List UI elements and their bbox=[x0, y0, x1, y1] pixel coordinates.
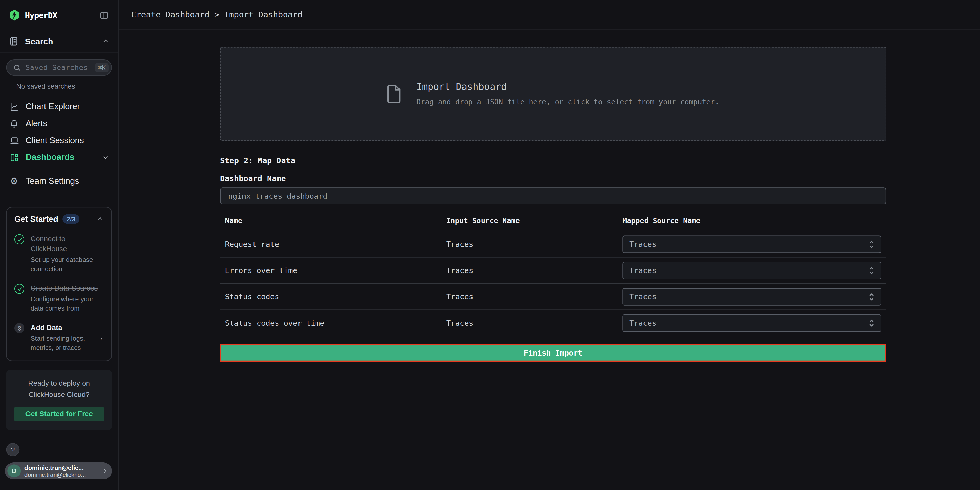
gear-icon: ⚙ bbox=[9, 177, 19, 186]
brand-name: HyperDX bbox=[25, 10, 57, 19]
sidebar-item-chart-explorer[interactable]: Chart Explorer bbox=[0, 98, 118, 115]
json-dropzone[interactable]: Import Dashboard Drag and drop a JSON fi… bbox=[220, 47, 886, 141]
column-header-mapped-source: Mapped Source Name bbox=[622, 216, 886, 225]
sidebar-item-dashboards[interactable]: Dashboards bbox=[0, 149, 118, 166]
get-started-step-connect[interactable]: Connect to ClickHouse Set up your databa… bbox=[14, 234, 104, 273]
avatar: D bbox=[8, 464, 21, 477]
finish-import-button[interactable]: Finish Import bbox=[220, 344, 886, 362]
user-menu[interactable]: D dominic.tran@clic... dominic.tran@clic… bbox=[5, 463, 112, 479]
sidebar: HyperDX Search bbox=[0, 0, 119, 490]
dashboard-name-input[interactable] bbox=[220, 188, 886, 204]
cell-name: Errors over time bbox=[220, 266, 446, 275]
step-desc: Start sending logs, metrics, or traces bbox=[30, 334, 89, 352]
table-row: Errors over time Traces Traces bbox=[220, 258, 886, 284]
sidebar-item-alerts[interactable]: Alerts bbox=[0, 115, 118, 132]
chevron-down-icon bbox=[102, 153, 109, 161]
saved-searches-placeholder: Saved Searches bbox=[26, 64, 91, 72]
cell-input-source: Traces bbox=[446, 240, 623, 248]
sidebar-item-label: Client Sessions bbox=[26, 136, 110, 145]
file-icon bbox=[387, 84, 401, 103]
bell-icon bbox=[9, 119, 19, 129]
brand[interactable]: HyperDX bbox=[8, 9, 98, 21]
check-circle-icon bbox=[14, 283, 24, 313]
topbar: Create Dashboard > Import Dashboard bbox=[119, 0, 980, 30]
step-title: Connect to ClickHouse bbox=[30, 234, 100, 254]
sidebar-collapse-button[interactable] bbox=[98, 9, 110, 21]
layout-icon bbox=[9, 152, 19, 162]
mapping-table: Name Input Source Name Mapped Source Nam… bbox=[220, 214, 886, 336]
step-number-icon: 3 bbox=[14, 323, 24, 352]
deploy-promo: Ready to deploy on ClickHouse Cloud? Get… bbox=[6, 370, 112, 430]
select-chevrons-icon bbox=[869, 292, 874, 301]
sidebar-item-label: Chart Explorer bbox=[26, 102, 110, 111]
help-button[interactable]: ? bbox=[6, 443, 19, 456]
table-row: Status codes over time Traces Traces bbox=[220, 310, 886, 336]
sidebar-item-team-settings[interactable]: ⚙ Team Settings bbox=[0, 172, 118, 189]
cell-name: Status codes bbox=[220, 292, 446, 301]
search-section-label: Search bbox=[25, 37, 95, 46]
step-desc: Configure where your data comes from bbox=[30, 294, 103, 313]
sidebar-item-client-sessions[interactable]: Client Sessions bbox=[0, 132, 118, 149]
sidebar-header: HyperDX bbox=[0, 0, 118, 30]
notebook-icon bbox=[9, 36, 19, 46]
mapped-source-select[interactable]: Traces bbox=[622, 261, 881, 279]
breadcrumb: Create Dashboard > Import Dashboard bbox=[131, 10, 302, 19]
get-started-step-sources[interactable]: Create Data Sources Configure where your… bbox=[14, 283, 104, 313]
user-email: dominic.tran@clickho... bbox=[24, 471, 97, 478]
cell-name: Status codes over time bbox=[220, 319, 446, 328]
shortcut-badge: ⌘K bbox=[95, 63, 109, 72]
progress-badge: 2/3 bbox=[62, 215, 80, 224]
chevron-right-icon bbox=[101, 468, 108, 474]
main-area: Create Dashboard > Import Dashboard Impo… bbox=[119, 0, 980, 490]
deploy-text-line1: Ready to deploy on bbox=[14, 378, 104, 389]
line-chart-icon bbox=[9, 102, 19, 111]
sidebar-item-label: Alerts bbox=[26, 119, 110, 128]
select-chevrons-icon bbox=[869, 240, 874, 248]
chevron-up-icon bbox=[102, 38, 109, 45]
dropzone-title: Import Dashboard bbox=[417, 81, 719, 92]
search-icon bbox=[13, 64, 21, 72]
select-chevrons-icon bbox=[869, 319, 874, 328]
sidebar-section-search[interactable]: Search bbox=[0, 30, 118, 53]
dashboard-name-label: Dashboard Name bbox=[220, 174, 886, 183]
mapped-source-select[interactable]: Traces bbox=[622, 288, 881, 305]
mapped-source-select[interactable]: Traces bbox=[622, 314, 881, 332]
step-title: Create Data Sources bbox=[30, 283, 100, 293]
get-started-title: Get Started bbox=[14, 215, 58, 224]
panel-collapse-icon bbox=[100, 10, 109, 19]
cell-input-source: Traces bbox=[446, 266, 623, 275]
step-heading: Step 2: Map Data bbox=[220, 156, 886, 165]
laptop-icon bbox=[9, 135, 19, 145]
get-started-step-add-data[interactable]: 3 Add Data Start sending logs, metrics, … bbox=[14, 323, 104, 352]
saved-searches-input[interactable]: Saved Searches ⌘K bbox=[6, 59, 112, 76]
no-saved-searches-text: No saved searches bbox=[16, 83, 118, 90]
chevron-up-icon bbox=[97, 216, 104, 223]
select-chevrons-icon bbox=[869, 266, 874, 275]
user-name: dominic.tran@clic... bbox=[24, 464, 97, 471]
hexagon-lightning-icon bbox=[8, 9, 21, 21]
dropzone-subtitle: Drag and drop a JSON file here, or click… bbox=[417, 97, 719, 106]
table-header-row: Name Input Source Name Mapped Source Nam… bbox=[220, 214, 886, 231]
mapped-source-select[interactable]: Traces bbox=[622, 235, 881, 253]
deploy-text-line2: ClickHouse Cloud? bbox=[14, 390, 104, 401]
cell-input-source: Traces bbox=[446, 319, 623, 328]
sidebar-nav: Chart Explorer Alerts Client Sessions bbox=[0, 98, 118, 189]
app-window: HyperDX Search bbox=[0, 0, 980, 490]
table-row: Request rate Traces Traces bbox=[220, 231, 886, 258]
column-header-name: Name bbox=[220, 216, 446, 225]
get-started-header[interactable]: Get Started 2/3 bbox=[14, 215, 104, 224]
import-dashboard-content: Import Dashboard Drag and drop a JSON fi… bbox=[119, 30, 980, 362]
sidebar-item-label: Team Settings bbox=[26, 177, 110, 186]
cell-input-source: Traces bbox=[446, 292, 623, 301]
get-started-free-button[interactable]: Get Started for Free bbox=[14, 407, 104, 421]
step-desc: Set up your database connection bbox=[30, 255, 103, 273]
step-title: Add Data bbox=[30, 323, 89, 332]
cell-name: Request rate bbox=[220, 240, 446, 248]
check-circle-icon bbox=[14, 234, 24, 273]
column-header-input-source: Input Source Name bbox=[446, 216, 623, 225]
sidebar-item-label: Dashboards bbox=[26, 153, 95, 162]
get-started-panel: Get Started 2/3 Connect to ClickHouse Se… bbox=[6, 207, 112, 361]
table-row: Status codes Traces Traces bbox=[220, 284, 886, 310]
arrow-right-icon: → bbox=[95, 332, 104, 342]
